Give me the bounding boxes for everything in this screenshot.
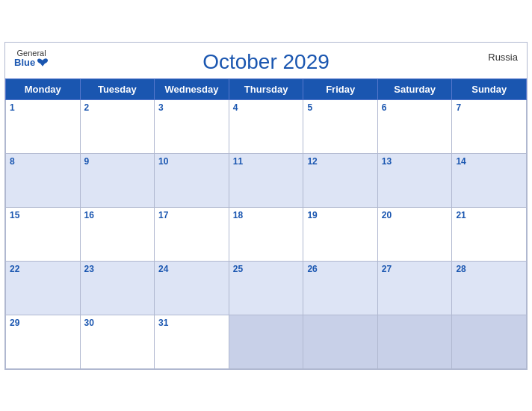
calendar-day-cell: 8	[6, 153, 81, 207]
country-label: Russia	[488, 52, 518, 63]
day-number: 29	[10, 318, 76, 328]
calendar-day-cell: 23	[80, 261, 155, 315]
day-number: 17	[158, 210, 225, 220]
day-number: 9	[84, 156, 151, 167]
calendar-day-cell: 21	[452, 207, 527, 261]
calendar-day-cell: 29	[6, 315, 81, 368]
calendar-day-cell: 10	[155, 153, 229, 207]
header-wednesday: Wednesday	[155, 78, 229, 99]
day-number: 25	[233, 264, 300, 274]
day-number: 28	[456, 264, 522, 274]
calendar-header: General Blue October 2029 Russia	[5, 43, 527, 78]
calendar-day-cell: 20	[377, 207, 452, 261]
day-number: 6	[382, 102, 448, 113]
calendar-day-cell: 24	[155, 261, 229, 315]
day-number: 12	[307, 156, 373, 167]
calendar-day-cell: 4	[229, 99, 303, 153]
calendar-week-row: 293031	[6, 315, 527, 368]
logo-blue: Blue	[14, 58, 49, 68]
calendar-table: Monday Tuesday Wednesday Thursday Friday…	[5, 78, 527, 369]
calendar-title: October 2029	[202, 50, 330, 74]
day-number: 8	[10, 156, 76, 167]
header-thursday: Thursday	[229, 78, 303, 99]
calendar-day-cell: 16	[80, 207, 155, 261]
calendar-day-cell: 28	[452, 261, 527, 315]
calendar-day-cell: 1	[6, 99, 81, 153]
calendar-day-cell: 17	[155, 207, 229, 261]
calendar-day-cell: 9	[80, 153, 155, 207]
calendar-day-cell: 11	[229, 153, 303, 207]
header-monday: Monday	[6, 78, 81, 99]
day-number: 22	[10, 264, 76, 274]
calendar-day-cell: 25	[229, 261, 303, 315]
header-sunday: Sunday	[452, 78, 527, 99]
calendar-week-row: 22232425262728	[6, 261, 527, 315]
calendar-day-cell: 18	[229, 207, 303, 261]
day-number: 5	[307, 102, 373, 113]
day-number: 14	[456, 156, 522, 167]
day-number: 7	[456, 102, 522, 113]
day-number: 24	[158, 264, 225, 274]
calendar-day-cell: 31	[155, 315, 229, 368]
day-number: 13	[382, 156, 448, 167]
logo-bird-icon	[37, 58, 49, 68]
day-number: 23	[84, 264, 151, 274]
header-saturday: Saturday	[377, 78, 452, 99]
calendar-week-row: 15161718192021	[6, 207, 527, 261]
day-number: 18	[233, 210, 300, 220]
day-number: 30	[84, 318, 151, 328]
header-tuesday: Tuesday	[80, 78, 155, 99]
calendar-day-cell: 7	[452, 99, 527, 153]
calendar-day-cell: 2	[80, 99, 155, 153]
day-number: 26	[307, 264, 373, 274]
day-number: 1	[10, 102, 76, 113]
calendar-container: General Blue October 2029 Russia Monday …	[4, 42, 528, 370]
logo-general: General	[17, 49, 46, 58]
calendar-day-cell: 26	[303, 261, 377, 315]
calendar-day-cell: 14	[452, 153, 527, 207]
day-number: 31	[158, 318, 225, 328]
header-friday: Friday	[303, 78, 377, 99]
weekday-header-row: Monday Tuesday Wednesday Thursday Friday…	[6, 78, 527, 99]
day-number: 3	[158, 102, 225, 113]
day-number: 11	[233, 156, 300, 167]
day-number: 2	[84, 102, 151, 113]
day-number: 4	[233, 102, 300, 113]
calendar-day-cell: 12	[303, 153, 377, 207]
day-number: 15	[10, 210, 76, 220]
calendar-week-row: 891011121314	[6, 153, 527, 207]
calendar-day-cell: 6	[377, 99, 452, 153]
day-number: 21	[456, 210, 522, 220]
calendar-day-cell: 15	[6, 207, 81, 261]
calendar-day-cell: 13	[377, 153, 452, 207]
calendar-day-cell: 27	[377, 261, 452, 315]
calendar-day-cell	[377, 315, 452, 368]
day-number: 16	[84, 210, 151, 220]
calendar-day-cell: 30	[80, 315, 155, 368]
day-number: 10	[158, 156, 225, 167]
calendar-day-cell	[303, 315, 377, 368]
logo: General Blue	[14, 49, 49, 68]
day-number: 19	[307, 210, 373, 220]
calendar-day-cell: 5	[303, 99, 377, 153]
calendar-day-cell: 3	[155, 99, 229, 153]
calendar-day-cell	[452, 315, 527, 368]
calendar-week-row: 1234567	[6, 99, 527, 153]
calendar-day-cell: 19	[303, 207, 377, 261]
day-number: 27	[382, 264, 448, 274]
calendar-day-cell: 22	[6, 261, 81, 315]
calendar-day-cell	[229, 315, 303, 368]
day-number: 20	[382, 210, 448, 220]
